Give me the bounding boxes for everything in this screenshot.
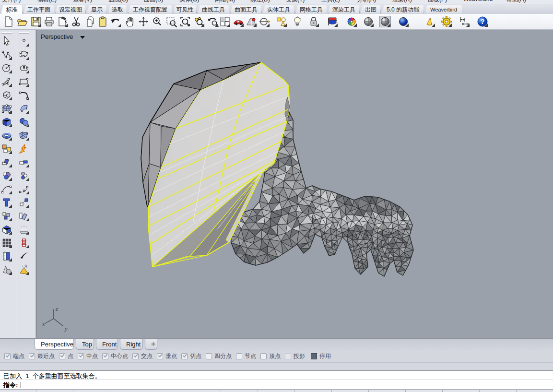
svg-text:?: ?: [481, 18, 485, 25]
svg-text:z: z: [55, 307, 58, 312]
svg-text:y: y: [64, 325, 68, 332]
svg-text:x: x: [42, 321, 45, 328]
